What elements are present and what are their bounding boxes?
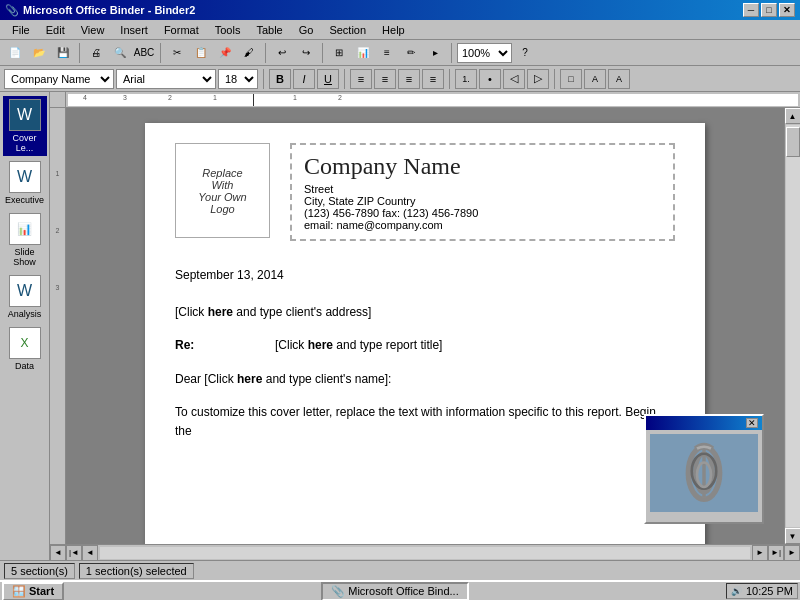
- re-label: Re:: [175, 336, 275, 355]
- justify-button[interactable]: ≡: [422, 69, 444, 89]
- font-dropdown[interactable]: Arial: [116, 69, 216, 89]
- vertical-scrollbar[interactable]: ▲ ▼: [784, 108, 800, 544]
- scroll-up-button[interactable]: ▲: [785, 108, 801, 124]
- cut-button[interactable]: ✂: [166, 43, 188, 63]
- menu-file[interactable]: File: [4, 22, 38, 38]
- drawing-button[interactable]: ✏: [400, 43, 422, 63]
- slideshow-icon: 📊: [9, 213, 41, 245]
- menu-tools[interactable]: Tools: [207, 22, 249, 38]
- increase-indent-button[interactable]: ▷: [527, 69, 549, 89]
- menu-format[interactable]: Format: [156, 22, 207, 38]
- company-info-box[interactable]: Company Name Street City, State ZIP Coun…: [290, 143, 675, 241]
- document-area[interactable]: Replace With Your Own Logo Company Name …: [66, 108, 784, 544]
- open-button[interactable]: 📂: [28, 43, 50, 63]
- menu-table[interactable]: Table: [248, 22, 290, 38]
- highlight-button[interactable]: A: [584, 69, 606, 89]
- menu-go[interactable]: Go: [291, 22, 322, 38]
- sidebar-item-slideshow[interactable]: 📊 Slide Show: [3, 210, 47, 270]
- paperclip-close-btn[interactable]: ✕: [746, 418, 758, 428]
- align-left-button[interactable]: ≡: [350, 69, 372, 89]
- scroll-thumb[interactable]: [786, 127, 800, 157]
- align-right-button[interactable]: ≡: [398, 69, 420, 89]
- scroll-last-button[interactable]: ►|: [768, 545, 784, 561]
- numbering-button[interactable]: 1.: [455, 69, 477, 89]
- font-size-dropdown[interactable]: 18: [218, 69, 258, 89]
- re-line: Re: [Click here and type report title]: [175, 336, 675, 355]
- scroll-first-button[interactable]: |◄: [66, 545, 82, 561]
- scroll-left-button[interactable]: ◄: [50, 545, 66, 561]
- re-here-bold[interactable]: here: [308, 338, 333, 352]
- doc-scroll-area: 1 2 3 Replace With Your Own Logo Company…: [50, 108, 800, 544]
- bold-button[interactable]: B: [269, 69, 291, 89]
- spell-check-button[interactable]: ABC: [133, 43, 155, 63]
- scroll-prev-button[interactable]: ◄: [82, 545, 98, 561]
- redo-button[interactable]: ↪: [295, 43, 317, 63]
- insert-table-button[interactable]: ⊞: [328, 43, 350, 63]
- italic-button[interactable]: I: [293, 69, 315, 89]
- analysis-icon: W: [9, 275, 41, 307]
- taskbar-app-button[interactable]: 📎 Microsoft Office Bind...: [321, 582, 468, 601]
- print-button[interactable]: 🖨: [85, 43, 107, 63]
- scroll-right-button[interactable]: ►: [784, 545, 800, 561]
- underline-button[interactable]: U: [317, 69, 339, 89]
- maximize-button[interactable]: □: [761, 3, 777, 17]
- sidebar-cover-label: Cover Le...: [5, 133, 45, 153]
- help-button[interactable]: ?: [514, 43, 536, 63]
- address-line: [Click here and type client's address]: [175, 303, 675, 322]
- ruler-v-1: 1: [56, 170, 60, 177]
- copy-button[interactable]: 📋: [190, 43, 212, 63]
- border-button[interactable]: □: [560, 69, 582, 89]
- menu-view[interactable]: View: [73, 22, 113, 38]
- print-preview-button[interactable]: 🔍: [109, 43, 131, 63]
- menu-insert[interactable]: Insert: [112, 22, 156, 38]
- toolbar-separator-1: [79, 43, 80, 63]
- scroll-down-button[interactable]: ▼: [785, 528, 801, 544]
- save-button[interactable]: 💾: [52, 43, 74, 63]
- format-painter-button[interactable]: 🖌: [238, 43, 260, 63]
- new-button[interactable]: 📄: [4, 43, 26, 63]
- align-center-button[interactable]: ≡: [374, 69, 396, 89]
- ruler-mark-3: 3: [123, 94, 127, 101]
- insert-spreadsheet-button[interactable]: 📊: [352, 43, 374, 63]
- format-sep-2: [344, 69, 345, 89]
- menu-edit[interactable]: Edit: [38, 22, 73, 38]
- sidebar-item-analysis[interactable]: W Analysis: [3, 272, 47, 322]
- close-button[interactable]: ✕: [779, 3, 795, 17]
- bullets-button[interactable]: •: [479, 69, 501, 89]
- more-button[interactable]: ▸: [424, 43, 446, 63]
- address-here-bold[interactable]: here: [208, 305, 233, 319]
- scroll-track[interactable]: [786, 125, 800, 527]
- main-toolbar: 📄 📂 💾 🖨 🔍 ABC ✂ 📋 📌 🖌 ↩ ↪ ⊞ 📊 ≡ ✏ ▸ 100%…: [0, 40, 800, 66]
- dear-here-bold[interactable]: here: [237, 372, 262, 386]
- paste-button[interactable]: 📌: [214, 43, 236, 63]
- toolbar-separator-5: [451, 43, 452, 63]
- menu-help[interactable]: Help: [374, 22, 413, 38]
- undo-button[interactable]: ↩: [271, 43, 293, 63]
- sidebar-item-data[interactable]: X Data: [3, 324, 47, 374]
- logo-text: Replace With Your Own Logo: [198, 167, 246, 215]
- body-text: To customize this cover letter, replace …: [175, 403, 675, 441]
- zoom-select[interactable]: 100% 75% 125% 150%: [457, 43, 512, 63]
- left-ruler: 1 2 3: [50, 108, 66, 544]
- h-scroll-track[interactable]: [100, 547, 750, 559]
- scroll-next-button[interactable]: ►: [752, 545, 768, 561]
- menu-section[interactable]: Section: [321, 22, 374, 38]
- sidebar-executive-label: Executive: [5, 195, 44, 205]
- style-dropdown[interactable]: Company Name: [4, 69, 114, 89]
- start-windows-icon: 🪟: [12, 585, 26, 598]
- document-body: September 13, 2014 [Click here and type …: [175, 266, 675, 441]
- start-button[interactable]: 🪟 Start: [2, 582, 64, 601]
- sidebar-item-cover-letter[interactable]: W Cover Le...: [3, 96, 47, 156]
- taskbar-time: 10:25 PM: [746, 585, 793, 597]
- email-text: email: name@company.com: [304, 219, 661, 231]
- horizontal-scroll[interactable]: ◄ |◄ ◄ ► ►| ►: [50, 544, 800, 560]
- sidebar-data-label: Data: [15, 361, 34, 371]
- decrease-indent-button[interactable]: ◁: [503, 69, 525, 89]
- toolbar-separator-2: [160, 43, 161, 63]
- logo-placeholder[interactable]: Replace With Your Own Logo: [175, 143, 270, 238]
- sidebar-item-executive[interactable]: W Executive: [3, 158, 47, 208]
- taskbar: 🪟 Start 📎 Microsoft Office Bind... 🔊 10:…: [0, 580, 800, 600]
- font-color-button[interactable]: A: [608, 69, 630, 89]
- columns-button[interactable]: ≡: [376, 43, 398, 63]
- minimize-button[interactable]: ─: [743, 3, 759, 17]
